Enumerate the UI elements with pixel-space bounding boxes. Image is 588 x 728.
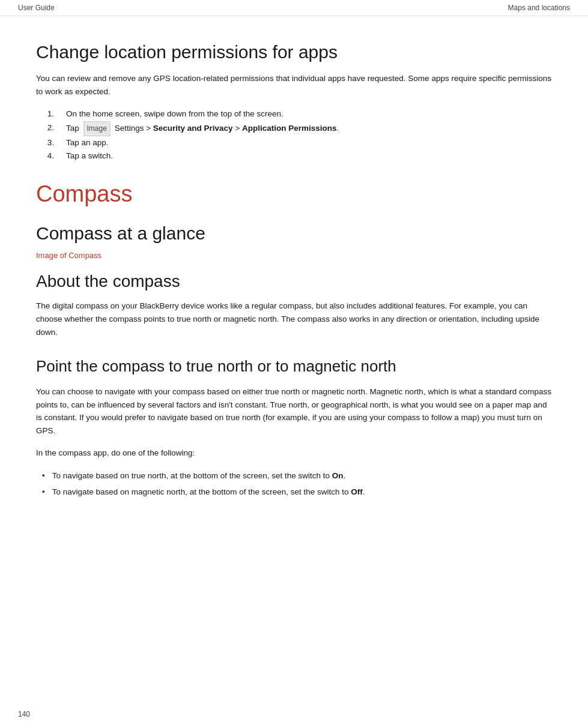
image-of-compass-label: Image of Compass bbox=[36, 251, 552, 260]
step-3-text: Tap an app. bbox=[66, 136, 109, 150]
step-3-num: 3. bbox=[36, 136, 54, 150]
bullet-true-north: To navigate based on true north, at the … bbox=[42, 469, 552, 483]
on-bold: On bbox=[332, 471, 344, 480]
step-4-text: Tap a switch. bbox=[66, 149, 113, 163]
steps-list: 1. On the home screen, swipe down from t… bbox=[36, 107, 552, 163]
step-4-num: 4. bbox=[36, 149, 54, 163]
compass-glance-title: Compass at a glance bbox=[36, 221, 552, 245]
compass-section-heading: Compass bbox=[36, 181, 552, 207]
bullet-true-north-text: To navigate based on true north, at the … bbox=[52, 469, 346, 483]
content-area: Change location permissions for apps You… bbox=[0, 16, 588, 535]
bullet-magnetic-north-text: To navigate based on magnetic north, at … bbox=[52, 486, 365, 499]
header-right: Maps and locations bbox=[508, 4, 570, 12]
step-1-text: On the home screen, swipe down from the … bbox=[66, 107, 283, 121]
step-1: 1. On the home screen, swipe down from t… bbox=[36, 107, 552, 121]
off-bold: Off bbox=[351, 487, 363, 496]
header-left: User Guide bbox=[18, 4, 55, 12]
about-compass-body: The digital compass on your BlackBerry d… bbox=[36, 299, 552, 338]
point-compass-sub-intro: In the compass app, do one of the follow… bbox=[36, 447, 552, 460]
step-2-text: Tap Image Settings > Security and Privac… bbox=[66, 121, 339, 136]
point-compass-title: Point the compass to true north or to ma… bbox=[36, 356, 552, 377]
page-header: User Guide Maps and locations bbox=[0, 0, 588, 16]
security-privacy-bold: Security and Privacy bbox=[153, 124, 233, 133]
point-compass-intro: You can choose to navigate with your com… bbox=[36, 385, 552, 437]
step-2-num: 2. bbox=[36, 121, 54, 136]
page-number: 140 bbox=[18, 710, 30, 718]
step-4: 4. Tap a switch. bbox=[36, 149, 552, 163]
compass-bullets: To navigate based on true north, at the … bbox=[36, 469, 552, 499]
step-3: 3. Tap an app. bbox=[36, 136, 552, 150]
change-location-title: Change location permissions for apps bbox=[36, 40, 552, 64]
app-permissions-bold: Application Permissions bbox=[242, 124, 337, 133]
step-2: 2. Tap Image Settings > Security and Pri… bbox=[36, 121, 552, 136]
step-1-num: 1. bbox=[36, 107, 54, 121]
about-compass-title: About the compass bbox=[36, 272, 552, 291]
change-location-intro: You can review and remove any GPS locati… bbox=[36, 72, 552, 98]
bullet-magnetic-north: To navigate based on magnetic north, at … bbox=[42, 486, 552, 499]
inline-image-tag: Image bbox=[83, 121, 111, 136]
